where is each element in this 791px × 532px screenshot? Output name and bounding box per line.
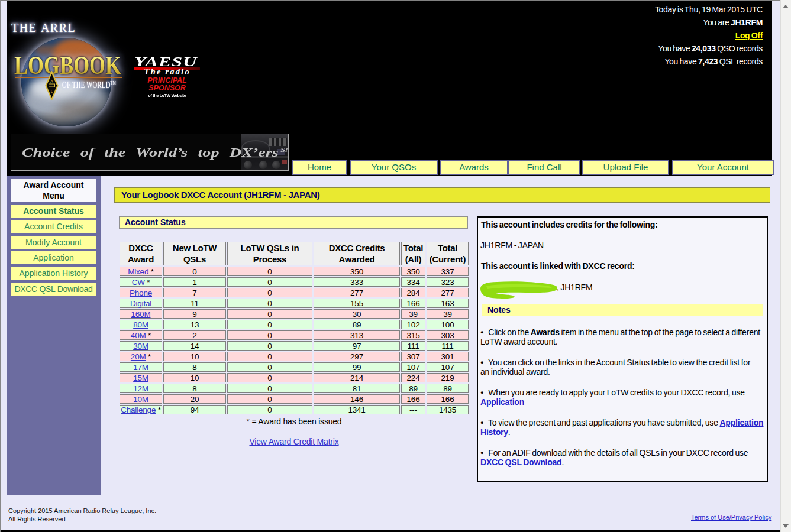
svg-text:A: A [50,79,53,83]
svg-text:L: L [51,89,53,93]
